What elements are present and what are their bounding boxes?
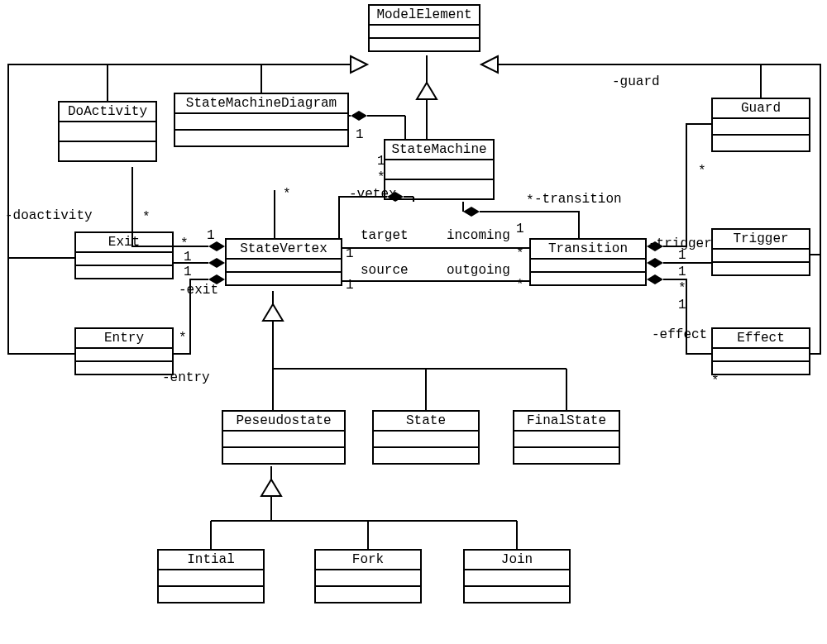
label-exit: -exit — [179, 283, 218, 298]
mult-one: 1 — [356, 127, 364, 142]
class-doactivity: DoActivity — [58, 101, 157, 162]
class-name: Fork — [316, 551, 420, 570]
label-entry: -entry — [162, 370, 210, 385]
class-name: Trigger — [713, 230, 809, 250]
mult-star: * — [283, 187, 291, 202]
class-peseudostate: Peseudostate — [222, 410, 346, 465]
mult-one: 1 — [346, 246, 354, 261]
class-statevertex: StateVertex — [225, 238, 342, 286]
class-trigger: Trigger — [711, 228, 810, 276]
class-name: DoActivity — [60, 103, 155, 122]
label-source: source — [361, 263, 409, 278]
class-name: Guard — [713, 99, 809, 119]
class-name: Peseudostate — [223, 412, 344, 432]
label-vetex: -vetex — [349, 187, 397, 202]
class-fork: Fork — [314, 549, 422, 603]
label-target: target — [361, 228, 409, 243]
mult-one: 1 — [678, 298, 686, 312]
class-modelelement: ModelElement — [368, 4, 480, 52]
mult-one: 1 — [377, 154, 385, 169]
mult-one: 1 — [678, 248, 686, 263]
class-statemachinediagram: StateMachineDiagram — [174, 93, 349, 147]
class-name: StateMachineDiagram — [175, 94, 347, 114]
class-name: ModelElement — [370, 6, 479, 26]
mult-one: 1 — [516, 222, 524, 236]
mult-one: 1 — [184, 250, 192, 265]
mult-one: 1 — [184, 265, 192, 279]
class-name: Intial — [159, 551, 263, 570]
class-finalstate: FinalState — [513, 410, 620, 465]
mult-one: 1 — [346, 278, 354, 293]
mult-star: * — [516, 278, 524, 293]
mult-one: 1 — [678, 265, 686, 279]
label-outgoing: outgoing — [447, 263, 510, 278]
class-name: Exit — [76, 233, 172, 253]
class-state: State — [372, 410, 480, 465]
uml-class-diagram-canvas: ModelElement DoActivity StateMachineDiag… — [0, 0, 827, 644]
mult-star: * — [142, 210, 151, 225]
class-entry: Entry — [74, 327, 174, 375]
label-doactivity: -doactivity — [5, 208, 93, 223]
class-exit: Exit — [74, 231, 174, 279]
class-name: Effect — [713, 329, 809, 349]
class-join: Join — [463, 549, 571, 603]
class-guard: Guard — [711, 98, 810, 152]
mult-star: * — [179, 331, 187, 346]
mult-star: * — [526, 193, 534, 208]
label-incoming: incoming — [447, 228, 510, 243]
class-name: State — [374, 412, 478, 432]
mult-star: * — [678, 281, 686, 296]
label-guard: -guard — [612, 74, 660, 89]
class-name: Join — [465, 551, 569, 570]
class-statemachine: StateMachine — [384, 139, 495, 200]
class-name: StateVertex — [227, 240, 341, 260]
mult-star: * — [711, 374, 719, 389]
class-name: FinalState — [514, 412, 619, 432]
class-name: StateMachine — [385, 141, 493, 160]
class-transition: Transition — [529, 238, 647, 286]
label-effect: -effect — [652, 327, 707, 342]
class-intial: Intial — [157, 549, 265, 603]
mult-star: * — [698, 164, 706, 179]
mult-one: 1 — [207, 228, 215, 243]
connectors-overlay — [0, 0, 827, 644]
class-name: Transition — [531, 240, 645, 260]
mult-star: * — [377, 170, 385, 185]
class-effect: Effect — [711, 327, 810, 375]
mult-star: * — [516, 246, 524, 261]
class-name: Entry — [76, 329, 172, 349]
label-transition: -transition — [534, 192, 622, 207]
